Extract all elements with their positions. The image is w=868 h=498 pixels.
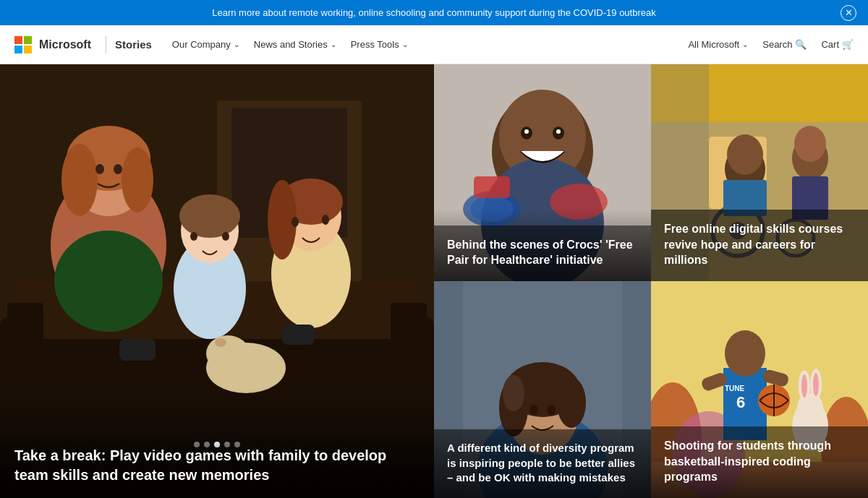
crocs-card[interactable]: Behind the scenes of Crocs' 'Free Pair f… xyxy=(434,64,651,281)
svg-text:TUNE: TUNE xyxy=(725,385,745,392)
diversity-title: A different kind of diversity program is… xyxy=(447,441,638,485)
skills-title: Free online digital skills courses reviv… xyxy=(664,221,855,268)
crocs-overlay: Behind the scenes of Crocs' 'Free Pair f… xyxy=(434,226,651,281)
close-icon: ✕ xyxy=(845,7,853,18)
crocs-title: Behind the scenes of Crocs' 'Free Pair f… xyxy=(447,237,638,268)
svg-point-85 xyxy=(801,374,807,398)
logo-group[interactable]: Microsoft xyxy=(14,36,91,53)
svg-point-86 xyxy=(813,373,819,396)
logo-red xyxy=(14,36,22,44)
svg-text:6: 6 xyxy=(736,393,745,411)
hero-overlay: Take a break: Play video games with fami… xyxy=(0,432,434,498)
diversity-card[interactable]: A different kind of diversity program is… xyxy=(434,281,651,498)
chevron-down-icon: ⌄ xyxy=(402,40,408,48)
svg-rect-42 xyxy=(474,176,510,198)
nav-divider xyxy=(106,36,106,53)
search-icon: 🔍 xyxy=(795,39,807,50)
nav-section[interactable]: Stories xyxy=(115,38,152,51)
svg-point-39 xyxy=(556,129,561,134)
search-button[interactable]: Search 🔍 xyxy=(762,39,807,50)
svg-point-51 xyxy=(727,134,763,175)
skills-overlay: Free online digital skills courses reviv… xyxy=(651,210,868,281)
nav-news-stories[interactable]: News and Stories ⌄ xyxy=(248,36,342,53)
diversity-overlay: A different kind of diversity program is… xyxy=(434,429,651,498)
svg-point-77 xyxy=(725,330,765,377)
svg-point-18 xyxy=(222,232,229,241)
cart-icon: 🛒 xyxy=(842,39,854,50)
brand-name: Microsoft xyxy=(39,38,91,51)
svg-point-38 xyxy=(524,129,529,134)
all-microsoft-button[interactable]: All Microsoft ⌄ xyxy=(688,39,748,50)
hero-title: Take a break: Play video games with fami… xyxy=(14,446,420,485)
nav-right: All Microsoft ⌄ Search 🔍 Cart 🛒 xyxy=(688,39,854,50)
svg-rect-29 xyxy=(282,325,315,345)
chevron-down-icon: ⌄ xyxy=(234,40,239,48)
svg-point-26 xyxy=(206,335,250,372)
svg-point-11 xyxy=(122,147,153,212)
navbar: Microsoft Stories Our Company ⌄ News and… xyxy=(0,25,868,64)
logo-yellow xyxy=(24,46,32,53)
nav-links: Our Company ⌄ News and Stories ⌄ Press T… xyxy=(166,36,414,53)
svg-point-17 xyxy=(190,232,197,241)
svg-point-66 xyxy=(503,375,524,411)
hero-card[interactable]: Take a break: Play video games with fami… xyxy=(0,64,434,498)
basketball-overlay: Shooting for students through basketball… xyxy=(651,426,868,498)
svg-point-27 xyxy=(215,338,226,347)
cart-button[interactable]: Cart 🛒 xyxy=(821,39,854,50)
svg-point-68 xyxy=(547,405,556,415)
logo-blue xyxy=(14,46,22,53)
svg-point-30 xyxy=(54,231,163,332)
chevron-down-icon: ⌄ xyxy=(331,40,336,48)
covid-banner: Learn more about remote working, online … xyxy=(0,0,868,25)
svg-point-54 xyxy=(794,126,826,162)
svg-rect-28 xyxy=(119,339,156,361)
banner-text: Learn more about remote working, online … xyxy=(212,7,656,18)
banner-close-button[interactable]: ✕ xyxy=(841,5,856,21)
svg-point-10 xyxy=(61,144,98,216)
svg-point-16 xyxy=(179,194,240,238)
nav-our-company[interactable]: Our Company ⌄ xyxy=(166,36,245,53)
svg-point-65 xyxy=(557,377,586,428)
nav-press-tools[interactable]: Press Tools ⌄ xyxy=(345,36,414,53)
content-grid: Take a break: Play video games with fami… xyxy=(0,64,868,494)
svg-point-12 xyxy=(95,164,104,174)
skills-card[interactable]: Free online digital skills courses reviv… xyxy=(651,64,868,281)
logo-green xyxy=(24,36,32,44)
svg-point-13 xyxy=(114,164,122,174)
basketball-card[interactable]: 6 TUNE xyxy=(651,281,868,498)
chevron-down-icon: ⌄ xyxy=(742,40,748,48)
svg-point-24 xyxy=(322,215,329,225)
svg-point-23 xyxy=(292,217,299,227)
microsoft-logo xyxy=(14,36,32,53)
basketball-title: Shooting for students through basketball… xyxy=(664,438,855,485)
svg-point-67 xyxy=(529,405,538,415)
